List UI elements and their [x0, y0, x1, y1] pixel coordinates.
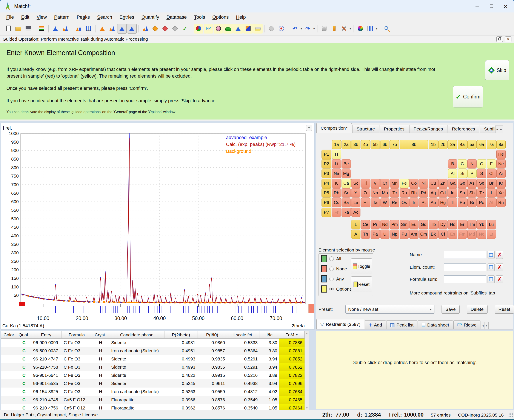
element-O[interactable]: O — [477, 159, 486, 169]
tab-properties[interactable]: Properties — [380, 125, 409, 133]
column-header-formula[interactable]: Formula — [61, 331, 92, 338]
group-7b-button[interactable]: 7b — [390, 140, 399, 149]
element-Ac[interactable]: Ac — [351, 208, 361, 217]
element-Yb[interactable]: Yb — [477, 220, 486, 229]
undo-button[interactable]: ↶ — [290, 24, 299, 34]
element-W[interactable]: W — [380, 198, 390, 207]
import-pattern-button[interactable] — [51, 24, 60, 34]
profile-fitting-button[interactable] — [97, 24, 107, 34]
element-H[interactable]: H — [332, 150, 341, 159]
reset-preset-button[interactable]: Reset — [495, 305, 514, 314]
period-P2-button[interactable]: P2 — [322, 159, 331, 169]
period-P5-button[interactable]: P5 — [322, 188, 331, 197]
menu-peaks[interactable]: Peaks — [73, 15, 93, 20]
group-2a-button[interactable]: 2a — [342, 140, 351, 149]
element-Cd[interactable]: Cd — [438, 188, 448, 197]
element-V[interactable]: V — [371, 179, 380, 188]
element-Ta[interactable]: Ta — [371, 198, 380, 207]
skip-button[interactable]: Skip — [485, 60, 509, 80]
menu-edit[interactable]: Edit — [17, 15, 33, 20]
tab-subfiles[interactable]: Subfiles — [480, 125, 495, 133]
menu-entries[interactable]: Entries — [116, 15, 138, 20]
element-Lr[interactable]: Lr — [487, 230, 496, 239]
element-C[interactable]: C — [458, 159, 467, 169]
matching-drop-zone[interactable]: Double-click or drag entries here to sel… — [316, 331, 513, 409]
group-1b-button[interactable]: 1b — [429, 140, 438, 149]
unit-cell-button[interactable] — [243, 24, 253, 34]
selected-phases-button[interactable] — [161, 24, 170, 34]
element-Sn[interactable]: Sn — [458, 188, 467, 197]
all-radio[interactable] — [329, 256, 334, 261]
search-match-button[interactable] — [117, 24, 127, 34]
element-Ni[interactable]: Ni — [419, 179, 428, 188]
element-Ir[interactable]: Ir — [409, 198, 419, 207]
element-Tb[interactable]: Tb — [429, 220, 438, 229]
element-Tc[interactable]: Tc — [390, 188, 399, 197]
tab-composition[interactable]: Composition* — [316, 123, 352, 133]
diffraction-chart-panel[interactable]: 5010015020025030035040045050055060065070… — [1, 123, 315, 330]
element-P[interactable]: P — [467, 169, 476, 178]
bottom-tab-peaklist[interactable]: Peak list — [386, 321, 417, 329]
column-header-fom[interactable]: FoM▼ — [279, 331, 305, 338]
optional-radio[interactable] — [329, 287, 334, 291]
chart-options-dropdown[interactable]: ▾ — [376, 27, 378, 30]
close-button[interactable]: × — [499, 1, 513, 11]
element-Po[interactable]: Po — [477, 198, 486, 207]
table-scrollbar[interactable]: ▲▼ — [305, 331, 309, 410]
save-preset-button[interactable]: Save — [442, 305, 460, 314]
raw-data-bars-button[interactable] — [84, 24, 93, 34]
element-No[interactable]: No — [477, 230, 486, 239]
atom-structure-button[interactable] — [276, 24, 286, 34]
element-Lu[interactable]: Lu — [487, 220, 496, 229]
element-Ar[interactable]: Ar — [496, 169, 506, 178]
table-row[interactable]: C96-900-0099C Fe O3HSiderite0.49810.9860… — [1, 338, 305, 347]
group-6b-button[interactable]: 6b — [380, 140, 390, 149]
element-Bk[interactable]: Bk — [429, 230, 438, 239]
element-Ga[interactable]: Ga — [448, 179, 457, 188]
element-N[interactable]: N — [467, 159, 476, 169]
name-field[interactable] — [444, 251, 486, 259]
group-4b-button[interactable]: 4b — [361, 140, 370, 149]
table-row[interactable]: C96-210-4747C Fe O3HSiderite0.49930.9835… — [1, 355, 305, 363]
confirm-button[interactable]: ✓ Confirm — [453, 86, 483, 107]
column-header-qual[interactable]: Qual. — [17, 331, 31, 338]
element-U[interactable]: U — [380, 230, 390, 239]
element-Zr[interactable]: Zr — [361, 188, 370, 197]
element-La[interactable]: La — [351, 198, 361, 207]
element-Fr[interactable]: Fr — [332, 208, 341, 217]
tab-peaksranges[interactable]: Peaks/Ranges — [409, 125, 447, 133]
redo-dropdown[interactable]: ▾ — [313, 27, 315, 30]
diffraction-pattern-button[interactable] — [233, 24, 243, 34]
column-header-cryst[interactable]: Cryst. — [92, 331, 109, 338]
element-In[interactable]: In — [448, 188, 457, 197]
name-clear-button[interactable]: ✗ — [496, 251, 503, 259]
element-Cr[interactable]: Cr — [380, 179, 390, 188]
chemistry-flask-button[interactable] — [214, 24, 223, 34]
element-B[interactable]: B — [448, 159, 457, 169]
tools-dropdown[interactable]: ▾ — [349, 27, 351, 30]
element-Re[interactable]: Re — [390, 198, 399, 207]
table-row[interactable]: C96-901-6641C Fe O3HSiderite0.46220.9915… — [1, 371, 305, 379]
element-Th[interactable]: Th — [361, 230, 370, 239]
element-Pd[interactable]: Pd — [419, 188, 428, 197]
period-P6-button[interactable]: P6 — [322, 198, 331, 207]
element-Cl[interactable]: Cl — [487, 169, 496, 178]
match-selected-button[interactable] — [127, 24, 137, 34]
group-5a-button[interactable]: 5a — [467, 140, 476, 149]
bottom-tab-scroll-right-icon[interactable]: ▸ — [485, 322, 489, 329]
group-3a-button[interactable]: 3a — [448, 140, 457, 149]
toggle-button[interactable]: Toggle — [351, 258, 372, 274]
element-Np[interactable]: Np — [390, 230, 399, 239]
column-header-candidatephase[interactable]: Candidate phase — [109, 331, 165, 338]
element-Cu[interactable]: Cu — [429, 179, 438, 188]
group-3b-button[interactable]: 3b — [351, 140, 361, 149]
maxim ize-button[interactable] — [484, 1, 499, 11]
reset-selection-button[interactable]: Reset — [351, 277, 372, 292]
menu-pattern[interactable]: Pattern — [51, 15, 73, 20]
group-6a-button[interactable]: 6a — [477, 140, 486, 149]
element-Kr[interactable]: Kr — [496, 179, 506, 188]
element-Mn[interactable]: Mn — [390, 179, 399, 188]
peak-search-button[interactable] — [74, 24, 84, 34]
tab-scroll-right-icon[interactable]: ▸ — [499, 126, 503, 133]
float-panel-button[interactable] — [496, 36, 503, 42]
